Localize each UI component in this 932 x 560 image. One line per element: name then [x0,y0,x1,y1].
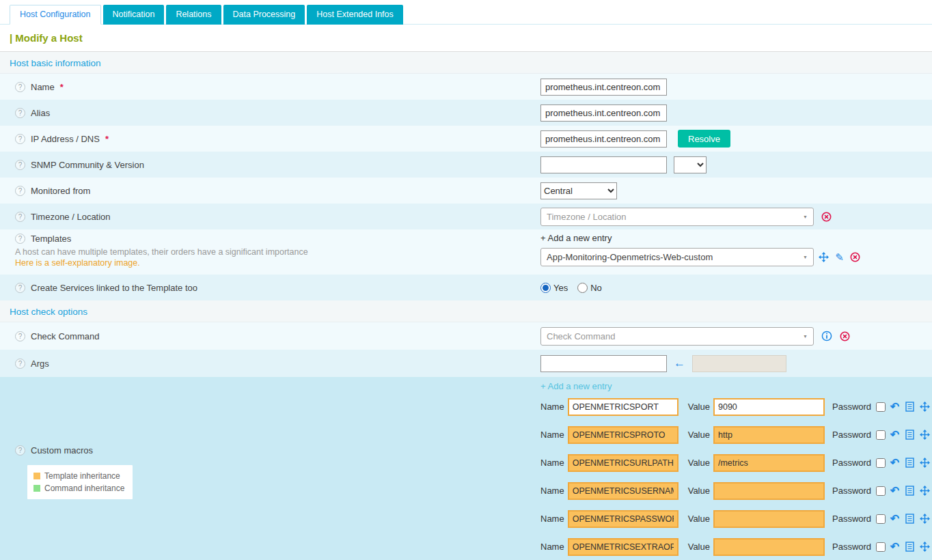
macro-name-label: Name [540,542,564,552]
help-icon[interactable]: ? [15,186,25,196]
macro-password-checkbox[interactable] [876,486,886,496]
timezone-select[interactable]: Timezone / Location ▼ [540,208,814,226]
edit-icon[interactable]: ✎ [834,251,845,263]
row-ip-address: ? IP Address / DNS * Resolve [0,126,932,152]
description-icon[interactable] [904,429,916,440]
macro-value-input[interactable] [713,538,825,556]
create-services-no-option[interactable]: No [577,283,602,293]
timezone-placeholder: Timezone / Location [547,212,627,222]
move-icon[interactable] [818,251,830,263]
macro-name-input[interactable] [568,454,679,472]
macro-row: Name Value Password ↶ [540,505,932,533]
description-icon[interactable] [904,541,916,552]
monitored-from-select[interactable]: Central [540,182,617,199]
clear-check-command-icon[interactable] [839,331,851,342]
macro-password-checkbox[interactable] [876,514,886,524]
help-icon[interactable]: ? [15,234,25,244]
resolve-button[interactable]: Resolve [678,130,730,148]
help-icon[interactable]: ? [15,82,25,92]
macro-password-checkbox[interactable] [876,458,886,468]
undo-icon[interactable]: ↶ [889,401,901,412]
templates-help-link[interactable]: Here is a self-explanatory image. [15,258,140,268]
macro-name-label: Name [540,402,564,412]
custom-macros-label: Custom macros [31,445,93,456]
move-icon[interactable] [919,429,931,440]
clear-timezone-icon[interactable] [821,211,832,223]
create-services-yes-radio[interactable] [540,283,551,293]
template-select-value: App-Monitoring-Openmetrics-Web-custom [547,252,713,262]
macro-value-label: Value [688,542,710,552]
create-services-label: Create Services linked to the Template t… [31,283,197,293]
tab-host-extended-infos[interactable]: Host Extended Infos [307,5,403,25]
create-services-no-radio[interactable] [577,283,588,293]
undo-icon[interactable]: ↶ [889,541,901,552]
help-icon[interactable]: ? [15,445,25,456]
move-icon[interactable] [919,401,931,412]
undo-icon[interactable]: ↶ [889,513,901,524]
undo-icon[interactable]: ↶ [889,457,901,468]
undo-icon[interactable]: ↶ [889,485,901,496]
move-icon[interactable] [919,457,931,468]
tab-notification[interactable]: Notification [103,5,165,25]
macro-password-label: Password [832,402,871,412]
macro-password-label: Password [832,430,871,440]
move-icon[interactable] [919,485,931,496]
macro-name-input[interactable] [568,538,679,556]
macro-value-input[interactable] [713,398,825,416]
macro-rows: Name Value Password ↶ Name Value Passwor… [540,393,932,560]
macro-name-input[interactable] [568,482,679,500]
macro-value-input[interactable] [713,482,825,500]
move-icon[interactable] [919,541,931,552]
macro-value-label: Value [688,514,710,524]
tab-bar: Host Configuration Notification Relation… [0,0,932,25]
macro-name-input[interactable] [568,426,679,444]
row-timezone: ? Timezone / Location Timezone / Locatio… [0,204,932,229]
help-icon[interactable]: ? [15,134,25,144]
create-services-yes-option[interactable]: Yes [540,283,568,293]
templates-help-text: A host can have multiple templates, thei… [15,247,531,257]
description-icon[interactable] [904,457,916,468]
macro-name-input[interactable] [568,510,679,528]
add-macro-entry-link[interactable]: + Add a new entry [540,381,612,391]
help-icon[interactable]: ? [15,212,25,222]
help-icon[interactable]: ? [15,108,25,118]
alias-label: Alias [31,108,50,118]
macro-value-input[interactable] [713,454,825,472]
legend-command-inheritance: Command inheritance [33,482,124,494]
description-icon[interactable] [904,401,916,412]
args-input[interactable] [540,355,667,372]
tab-host-configuration[interactable]: Host Configuration [10,5,101,25]
help-icon[interactable]: ? [15,283,25,293]
undo-icon[interactable]: ↶ [889,429,901,440]
tab-data-processing[interactable]: Data Processing [223,5,305,25]
arrow-left-icon[interactable]: ← [674,356,685,370]
macro-name-input[interactable] [568,398,679,416]
macro-name-label: Name [540,430,564,440]
name-input[interactable] [540,79,667,96]
help-icon[interactable]: ? [15,359,25,369]
tab-relations[interactable]: Relations [166,5,221,25]
macro-row: Name Value Password ↶ [540,533,932,560]
macro-password-label: Password [832,514,871,524]
macro-password-checkbox[interactable] [876,402,886,412]
snmp-version-select[interactable] [674,156,707,173]
description-icon[interactable] [904,485,916,496]
snmp-community-input[interactable] [540,156,667,173]
help-icon[interactable]: ? [15,331,25,341]
info-icon[interactable] [821,331,832,342]
delete-icon[interactable] [849,251,861,263]
row-check-command: ? Check Command Check Command ▼ [0,322,932,350]
move-icon[interactable] [919,513,931,524]
macro-row: Name Value Password ↶ [540,477,932,505]
add-template-entry-link[interactable]: + Add a new entry [540,233,612,243]
description-icon[interactable] [904,513,916,524]
macro-password-checkbox[interactable] [876,542,886,552]
template-select[interactable]: App-Monitoring-Openmetrics-Web-custom ▼ [540,248,814,266]
alias-input[interactable] [540,104,667,122]
check-command-select[interactable]: Check Command ▼ [540,327,814,346]
macro-password-checkbox[interactable] [876,430,886,440]
ip-input[interactable] [540,130,667,148]
help-icon[interactable]: ? [15,160,25,170]
macro-value-input[interactable] [713,510,825,528]
macro-value-input[interactable] [713,426,825,444]
